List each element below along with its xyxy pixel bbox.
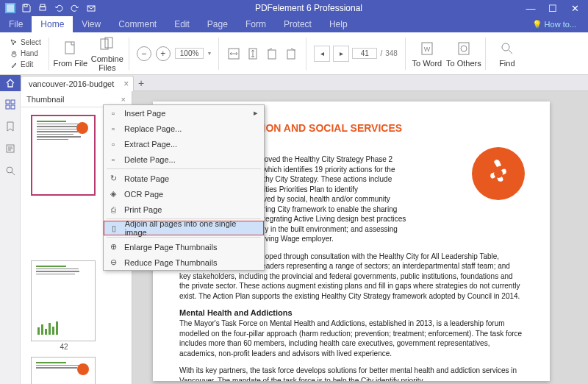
menu-comment[interactable]: Comment	[110, 16, 165, 32]
thumbnail-item[interactable]: 42	[31, 260, 97, 351]
insert-icon: ▫	[108, 108, 118, 118]
menubar: File Home View Comment Edit Page Form Pr…	[0, 16, 588, 32]
enlarge-icon: ⊕	[108, 242, 118, 252]
menu-view[interactable]: View	[73, 16, 110, 32]
app-title: PDFelement 6 Professional	[97, 3, 520, 13]
context-menu: ▫Insert Page▸ ▫Replace Page... ▫Extract …	[103, 104, 265, 271]
to-word-button[interactable]: W To Word	[409, 35, 445, 72]
print-ctx-icon: ⎙	[108, 205, 118, 215]
svg-point-23	[7, 167, 12, 173]
subhead-2: Mental Health and Addictions	[179, 308, 523, 317]
reduce-icon: ⊖	[108, 257, 118, 268]
fit-width-icon[interactable]	[226, 46, 241, 61]
svg-point-16	[461, 46, 467, 51]
close-panel-icon[interactable]: ×	[121, 95, 126, 104]
hands-icon	[472, 147, 525, 200]
word-icon: W	[418, 40, 436, 57]
print-icon[interactable]	[37, 2, 49, 14]
menu-file[interactable]: File	[0, 16, 32, 32]
prev-page-button[interactable]: ◂	[314, 46, 330, 62]
document-tab[interactable]: vancouver-2016-budget×	[21, 76, 134, 91]
rotate-right-icon[interactable]	[284, 46, 298, 61]
next-page-button[interactable]: ▸	[333, 46, 349, 62]
zoom-value[interactable]: 100%	[175, 48, 204, 59]
rotate-left-icon[interactable]	[265, 46, 279, 61]
hand-tool[interactable]: Hand	[10, 49, 41, 58]
menu-help[interactable]: Help	[320, 16, 356, 32]
svg-point-24	[494, 169, 503, 178]
titlebar: PDFelement 6 Professional — ☐ ✕	[0, 0, 588, 16]
svg-text:W: W	[424, 46, 431, 53]
howto-link[interactable]: 💡 How to...	[532, 20, 588, 29]
side-strip	[0, 91, 21, 384]
svg-rect-11	[268, 50, 276, 59]
svg-rect-20	[11, 100, 15, 104]
menu-protect[interactable]: Protect	[275, 16, 320, 32]
ctx-insert-page[interactable]: ▫Insert Page▸	[104, 105, 264, 121]
from-file-button[interactable]: From File	[52, 35, 89, 72]
select-tool[interactable]: Select	[10, 38, 41, 47]
zoom-out-button[interactable]: −	[137, 46, 151, 61]
to-others-button[interactable]: To Others	[445, 35, 482, 72]
email-icon[interactable]	[85, 2, 97, 14]
replace-icon: ▫	[108, 124, 118, 134]
document-tabs: vancouver-2016-budget× +	[0, 75, 588, 91]
menu-form[interactable]: Form	[237, 16, 275, 32]
minimize-button[interactable]: —	[520, 1, 541, 15]
bookmark-icon[interactable]	[4, 121, 16, 132]
svg-rect-21	[11, 105, 15, 109]
page-total: 348	[385, 49, 398, 57]
fit-page-icon[interactable]	[245, 46, 260, 61]
para-3: The Mayor's Task Force on Mental Health …	[179, 319, 523, 358]
find-button[interactable]: Find	[489, 35, 526, 72]
others-icon	[455, 40, 473, 57]
edit-tool[interactable]: Edit	[10, 60, 41, 69]
svg-rect-2	[24, 4, 27, 7]
app-icon	[4, 2, 16, 14]
thumbnails-icon[interactable]	[4, 99, 16, 110]
ctx-replace-page[interactable]: ▫Replace Page...	[104, 121, 264, 136]
menu-page[interactable]: Page	[198, 16, 237, 32]
ctx-enlarge-thumbs[interactable]: ⊕Enlarge Page Thumbnails	[104, 239, 264, 255]
adjoin-icon: ▯	[109, 223, 119, 233]
close-tab-icon[interactable]: ×	[123, 79, 129, 89]
thumbnail-item[interactable]	[31, 115, 97, 196]
svg-rect-19	[6, 105, 10, 109]
ctx-delete-page[interactable]: ▫Delete Page...	[104, 152, 264, 167]
home-tab-button[interactable]	[0, 75, 21, 91]
ctx-adjoin-pages[interactable]: ▯Adjoin all pages into one single image	[104, 221, 264, 235]
extract-icon: ▫	[108, 139, 118, 149]
menu-home[interactable]: Home	[32, 16, 73, 32]
combine-files-button[interactable]: Combine Files	[89, 35, 126, 72]
ctx-extract-page[interactable]: ▫Extract Page...	[104, 136, 264, 152]
svg-rect-1	[7, 4, 14, 12]
add-tab-button[interactable]: +	[134, 77, 148, 89]
attachment-icon[interactable]	[4, 143, 16, 154]
redo-icon[interactable]	[69, 2, 81, 14]
thumbnail-title: Thumbnail	[26, 95, 64, 104]
close-button[interactable]: ✕	[564, 1, 585, 15]
ctx-rotate-page[interactable]: ↻Rotate Page	[104, 171, 264, 186]
svg-point-17	[502, 43, 509, 51]
maximize-button[interactable]: ☐	[542, 1, 563, 15]
svg-rect-3	[40, 7, 46, 10]
menu-edit[interactable]: Edit	[165, 16, 198, 32]
svg-rect-12	[287, 50, 295, 59]
svg-rect-18	[6, 100, 10, 104]
zoom-in-button[interactable]: +	[156, 46, 171, 61]
ctx-ocr-page[interactable]: ◈OCR Page	[104, 186, 264, 202]
search-icon	[498, 40, 516, 57]
page-number[interactable]: 41	[352, 48, 377, 59]
combine-icon	[98, 35, 116, 53]
delete-icon: ▫	[108, 154, 118, 165]
thumbnail-item[interactable]: 43	[31, 357, 97, 384]
ctx-print-page[interactable]: ⎙Print Page	[104, 202, 264, 217]
rotate-icon: ↻	[108, 174, 118, 184]
svg-rect-15	[459, 43, 469, 54]
save-icon[interactable]	[21, 2, 32, 14]
undo-icon[interactable]	[53, 2, 65, 14]
file-icon	[62, 40, 79, 57]
ctx-reduce-thumbs[interactable]: ⊖Reduce Page Thumbnails	[104, 255, 264, 270]
search-side-icon[interactable]	[4, 165, 16, 177]
ocr-icon: ◈	[108, 189, 118, 199]
